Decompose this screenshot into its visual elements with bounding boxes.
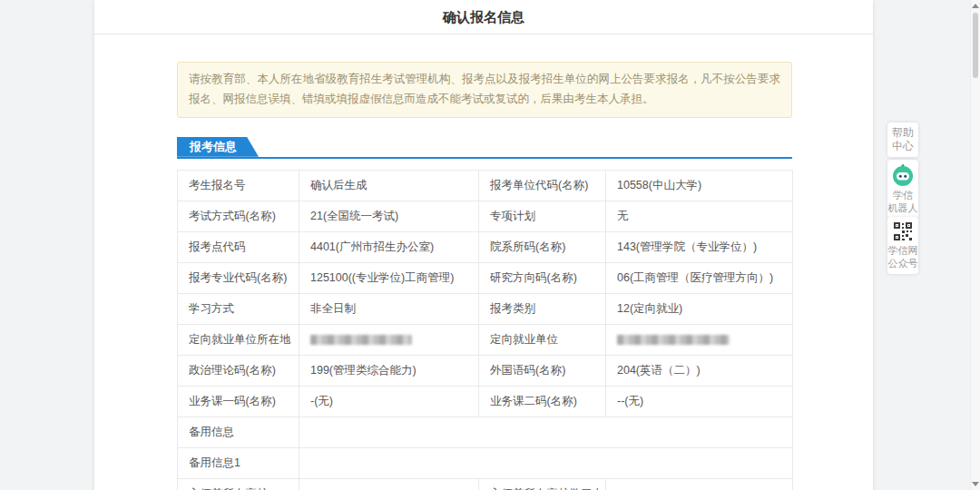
field-value: 199(管理类综合能力) [299,355,479,386]
row-reg-number: 考生报名号 确认后生成 报考单位代码(名称) 10558(中山大学) [178,170,793,201]
field-value: -(无) [299,386,479,416]
scrollbar[interactable] [970,0,980,490]
field-label: 考生报名号 [178,170,299,201]
row-reserved-info: 备用信息 [178,416,793,447]
field-value: 非全日制 [299,293,479,324]
section-tab: 报考信息 [177,137,259,157]
field-label: 考试方式码(名称) [178,201,299,231]
chsi-qrcode-label-line1: 学信网 [887,244,918,257]
field-value: 4401(广州市招生办公室) [299,231,479,262]
field-value [299,324,479,355]
field-value [299,478,479,490]
field-value: 143(管理学院（专业学位）) [606,231,793,262]
field-value: 10558(中山大学) [606,170,793,201]
field-label: 备用信息1 [178,447,299,478]
redacted-value [617,335,730,345]
help-center-label-line1: 帮助 [887,126,918,140]
row-study-mode: 学习方式 非全日制 报考类别 12(定向就业) [178,293,793,324]
card-body: 请按教育部、本人所在地省级教育招生考试管理机构、报考点以及报考招生单位的网上公告… [94,62,873,490]
field-label: 研究方向码(名称) [479,262,606,293]
field-value: --(无) [606,386,793,416]
field-value: 125100((专业学位)工商管理) [299,262,479,293]
field-label: 报考类别 [479,293,606,324]
row-major-code: 报考专业代码(名称) 125100((专业学位)工商管理) 研究方向码(名称) … [178,262,793,293]
content-card: 确认报名信息 请按教育部、本人所在地省级教育招生考试管理机构、报考点以及报考招生… [94,0,873,490]
robot-icon [891,163,915,187]
scroll-down-arrow[interactable] [972,482,979,486]
row-pre-enlist-college: 入伍前所在高校 入伍前所在高校学习专业 [178,478,793,490]
field-label: 学习方式 [178,293,299,324]
field-label: 报考专业代码(名称) [178,262,299,293]
row-politics-foreign: 政治理论码(名称) 199(管理类综合能力) 外国语码(名称) 204(英语（二… [178,355,793,386]
row-directed-employment: 定向就业单位所在地 定向就业单位 [178,324,793,355]
field-label: 定向就业单位所在地 [178,324,299,355]
chsi-qrcode-label-line2: 公众号 [887,257,918,270]
field-label: 业务课一码(名称) [178,386,299,416]
field-label: 专项计划 [479,201,606,231]
info-table: 考生报名号 确认后生成 报考单位代码(名称) 10558(中山大学) 考试方式码… [177,170,793,490]
field-label: 备用信息 [178,416,299,447]
field-label: 入伍前所在高校学习专业 [479,478,606,490]
scroll-up-arrow[interactable] [972,4,979,8]
field-value [299,416,793,447]
field-value: 确认后生成 [299,170,479,201]
field-value: 06(工商管理（医疗管理方向）) [606,262,793,293]
field-value: 12(定向就业) [606,293,793,324]
chsi-robot-button[interactable]: 学信 机器人 [887,160,918,219]
section-bar: 报考信息 [177,137,792,159]
field-value: 21(全国统一考试) [299,201,479,231]
field-label: 政治理论码(名称) [178,355,299,386]
page-header: 确认报名信息 [94,0,873,34]
field-label: 报考点代码 [178,231,299,262]
scrollbar-thumb[interactable] [973,13,978,78]
help-center-label-line2: 中心 [887,140,918,153]
field-value [606,478,793,490]
field-value: 204(英语（二）) [606,355,793,386]
field-label: 报考单位代码(名称) [479,170,606,201]
row-reserved-info-1: 备用信息1 [178,447,793,478]
row-business-courses: 业务课一码(名称) -(无) 业务课二码(名称) --(无) [178,386,793,416]
page-title: 确认报名信息 [94,0,873,34]
chsi-qrcode-button[interactable]: 学信网 公众号 [887,217,918,274]
field-label: 院系所码(名称) [479,231,606,262]
redacted-value [310,335,412,345]
field-value [606,324,793,355]
field-value [299,447,793,478]
chsi-robot-label-line2: 机器人 [887,201,918,214]
field-label: 外国语码(名称) [479,355,606,386]
row-exam-point: 报考点代码 4401(广州市招生办公室) 院系所码(名称) 143(管理学院（专… [178,231,793,262]
field-label: 定向就业单位 [479,324,606,355]
notice-text: 请按教育部、本人所在地省级教育招生考试管理机构、报考点以及报考招生单位的网上公告… [189,73,780,105]
notice-box: 请按教育部、本人所在地省级教育招生考试管理机构、报考点以及报考招生单位的网上公告… [177,62,792,118]
row-exam-mode: 考试方式码(名称) 21(全国统一考试) 专项计划 无 [178,201,793,231]
help-center-button[interactable]: 帮助 中心 [887,122,918,157]
field-label: 业务课二码(名称) [479,386,606,416]
chsi-robot-label-line1: 学信 [887,189,918,201]
qrcode-icon [893,221,913,241]
field-label: 入伍前所在高校 [178,478,299,490]
field-value: 无 [606,201,793,231]
